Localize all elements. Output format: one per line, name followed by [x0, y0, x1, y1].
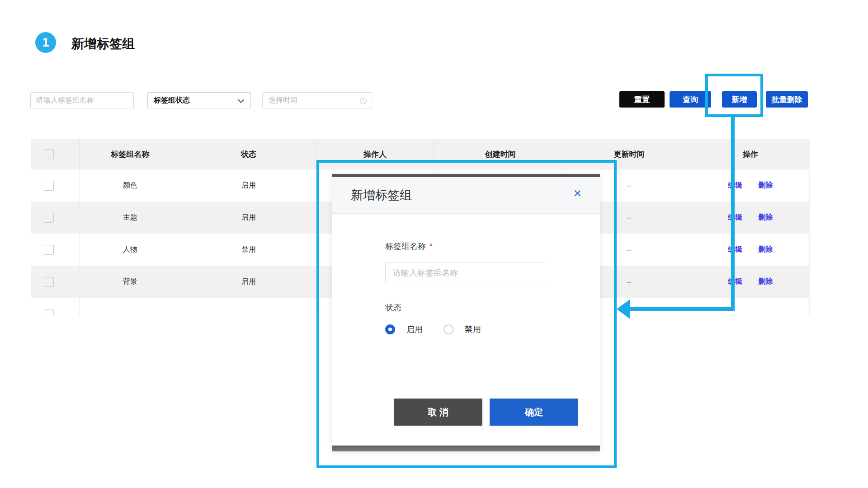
batch-delete-button[interactable]: 批量删除: [766, 91, 808, 108]
row-checkbox[interactable]: [44, 245, 54, 255]
modal-header: 新增标签组 ✕: [332, 177, 600, 214]
row-checkbox[interactable]: [44, 181, 54, 191]
radio-disabled[interactable]: [443, 324, 453, 334]
header-status: 状态: [181, 139, 317, 169]
delete-link[interactable]: 删除: [758, 181, 773, 190]
radio-enabled[interactable]: [385, 324, 395, 334]
cell-status: 禁用: [181, 234, 317, 266]
edit-link[interactable]: 编辑: [728, 181, 742, 190]
row-checkbox[interactable]: [44, 309, 54, 316]
search-button[interactable]: 查询: [670, 91, 711, 108]
select-all-checkbox[interactable]: [44, 149, 54, 159]
header-operator: 操作人: [316, 139, 434, 169]
cell-name: 主题: [80, 202, 181, 234]
status-select[interactable]: 标签组状态: [147, 92, 251, 108]
cell-status: 启用: [181, 266, 317, 298]
row-checkbox[interactable]: [44, 277, 54, 287]
header-updated: 更新时间: [567, 139, 692, 169]
date-picker-input[interactable]: [263, 93, 372, 108]
step-number-badge: 1: [35, 32, 56, 53]
clock-icon: [359, 97, 367, 105]
add-tag-group-modal: 新增标签组 ✕ 标签组名称* 状态 启用 禁用 取 消 确定: [332, 174, 600, 451]
delete-link[interactable]: 删除: [758, 245, 773, 254]
header-actions: 操作: [691, 139, 809, 169]
date-picker[interactable]: [262, 92, 372, 108]
name-field-label: 标签组名称*: [385, 241, 433, 252]
status-field-label: 状态: [385, 302, 401, 313]
add-button[interactable]: 新增: [722, 91, 757, 108]
modal-bottom-bar: [332, 446, 600, 451]
cell-name: 颜色: [80, 169, 181, 202]
table-header-row: 标签组名称 状态 操作人 创建时间 更新时间 操作: [31, 139, 809, 169]
cell-name: 人物: [80, 234, 181, 266]
cell-status: 启用: [181, 169, 317, 202]
radio-enabled-label[interactable]: 启用: [406, 324, 423, 335]
edit-link[interactable]: 编辑: [728, 277, 742, 286]
confirm-button[interactable]: 确定: [490, 399, 578, 426]
chevron-down-icon: [238, 97, 244, 103]
cancel-button[interactable]: 取 消: [394, 399, 482, 426]
header-created: 创建时间: [434, 139, 567, 169]
page-title: 新增标签组: [71, 35, 135, 52]
modal-name-input[interactable]: [385, 263, 545, 283]
delete-link[interactable]: 删除: [758, 277, 773, 286]
close-icon[interactable]: ✕: [573, 188, 582, 199]
status-select-value: 标签组状态: [154, 96, 190, 105]
tag-group-name-input[interactable]: [30, 92, 134, 108]
cell-status: 启用: [181, 202, 317, 234]
page: 1 新增标签组 标签组状态 重置 查询 新增 批量删除 标签组名称 状态 操作人…: [0, 0, 868, 488]
edit-link[interactable]: 编辑: [728, 245, 742, 254]
row-checkbox[interactable]: [44, 213, 54, 223]
cell-name: 背景: [80, 266, 181, 298]
radio-disabled-label[interactable]: 禁用: [465, 324, 481, 335]
edit-link[interactable]: 编辑: [728, 213, 742, 222]
modal-top-bar: [332, 174, 600, 177]
delete-link[interactable]: 删除: [758, 213, 773, 222]
reset-button[interactable]: 重置: [619, 91, 665, 108]
modal-title: 新增标签组: [351, 187, 412, 203]
status-radio-group: 启用 禁用: [385, 322, 481, 337]
header-name: 标签组名称: [80, 139, 181, 169]
required-asterisk: *: [429, 242, 433, 251]
